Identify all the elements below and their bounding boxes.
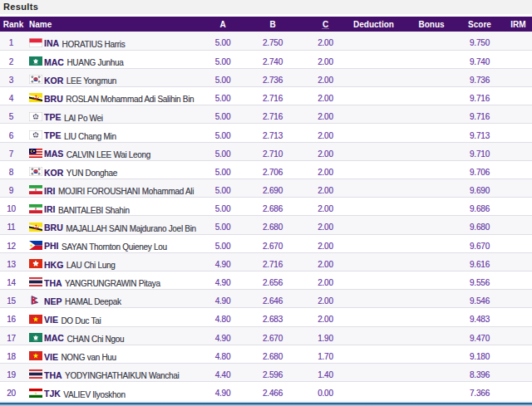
deduction-cell <box>339 326 408 345</box>
result-row: 6TPELIU Chang Min5.002.7132.009.713 <box>0 124 532 142</box>
bonus-cell <box>408 326 455 345</box>
header-b: B <box>234 17 312 32</box>
irm-cell <box>505 198 532 216</box>
score-cell: 9.546 <box>455 290 505 308</box>
athlete-name: HAMAL Deepak <box>65 297 121 306</box>
result-row: 7MASCALVIN LEE Wai Leong5.002.7102.009.7… <box>0 142 532 160</box>
athlete-name: MOJIRI FOROUSHANI Mohammad Ali <box>58 187 194 196</box>
c-cell: 2.00 <box>312 308 339 326</box>
rank-cell: 3 <box>0 68 27 86</box>
country-code: KOR <box>44 168 63 178</box>
result-row: 3KORLEE Yongmun5.002.7362.009.736 <box>0 68 532 86</box>
athlete-cell: MASCALVIN LEE Wai Leong <box>27 142 212 160</box>
athlete-cell: PHISAYAN Thornton Quieney Lou <box>27 234 212 252</box>
athlete-cell: TPELAI Po Wei <box>27 105 212 124</box>
c-cell: 2.00 <box>312 290 339 308</box>
b-cell: 2.706 <box>234 160 312 179</box>
country-code: TPE <box>44 112 61 122</box>
header-c-label: C <box>323 20 328 29</box>
country-code: THA <box>44 370 62 380</box>
b-cell: 2.670 <box>234 234 312 252</box>
rank-cell: 14 <box>0 271 27 289</box>
b-cell: 2.716 <box>234 252 312 271</box>
bonus-cell <box>408 105 455 124</box>
phi-flag-icon <box>29 241 42 250</box>
athlete-name: SAYAN Thornton Quieney Lou <box>62 242 167 251</box>
a-cell: 4.40 <box>212 363 234 381</box>
c-cell: 2.00 <box>312 198 339 216</box>
irm-cell <box>505 105 532 124</box>
deduction-cell <box>339 290 408 308</box>
b-cell: 2.716 <box>234 105 312 124</box>
kor-flag-icon <box>29 75 42 84</box>
result-row: 14THAYANGRUNGRAWIN Pitaya4.902.6562.009.… <box>0 271 532 289</box>
score-cell: 9.713 <box>455 124 505 142</box>
rank-cell: 10 <box>0 198 27 216</box>
score-cell: 9.180 <box>455 345 505 363</box>
athlete-name: YANGRUNGRAWIN Pitaya <box>65 279 160 288</box>
b-cell: 2.670 <box>234 326 312 345</box>
score-cell: 9.670 <box>455 234 505 252</box>
country-code: MAS <box>44 149 63 159</box>
athlete-cell: INAHORATIUS Harris <box>27 32 212 50</box>
result-row: 20TJKVALIEV Ilyoskhon4.902.4660.007.366 <box>0 382 532 400</box>
deduction-cell <box>339 345 408 363</box>
rank-cell: 7 <box>0 142 27 160</box>
athlete-name: LAU Chi Lung <box>66 261 116 270</box>
country-code: IRI <box>44 186 55 196</box>
page-title: Results <box>3 2 38 12</box>
result-row: 8KORYUN Donghae5.002.7062.009.706 <box>0 160 532 179</box>
bonus-cell <box>408 142 455 160</box>
rank-cell: 15 <box>0 290 27 308</box>
a-cell: 4.80 <box>212 308 234 326</box>
a-cell: 5.00 <box>212 179 234 198</box>
header-rank: Rank <box>0 17 27 32</box>
a-cell: 4.90 <box>212 290 234 308</box>
bonus-cell <box>408 198 455 216</box>
bonus-cell <box>408 160 455 179</box>
result-row: 15NEPHAMAL Deepak4.902.6462.009.546 <box>0 290 532 308</box>
irm-cell <box>505 160 532 179</box>
irm-cell <box>505 32 532 50</box>
athlete-name: YODYINGHATHAIKUN Wanchai <box>65 371 179 380</box>
country-code: VIE <box>44 352 58 362</box>
score-cell: 9.740 <box>455 50 505 68</box>
rank-cell: 1 <box>0 32 27 50</box>
tha-flag-icon <box>29 369 42 379</box>
b-cell: 2.683 <box>234 308 312 326</box>
irm-cell <box>505 363 532 381</box>
athlete-name: DO Duc Tai <box>61 316 101 325</box>
score-cell: 9.483 <box>455 308 505 326</box>
rank-cell: 19 <box>0 363 27 381</box>
c-cell: 2.00 <box>312 68 339 86</box>
athlete-cell: MACHUANG Junhua <box>27 50 212 68</box>
country-code: BRU <box>44 94 63 104</box>
bru-flag-icon <box>29 93 42 102</box>
deduction-cell <box>339 160 408 179</box>
athlete-cell: IRIBANITALEBI Shahin <box>27 198 212 216</box>
rank-cell: 17 <box>0 326 27 345</box>
country-code: PHI <box>44 241 59 251</box>
rank-cell: 20 <box>0 382 27 400</box>
b-cell: 2.740 <box>234 50 312 68</box>
result-row: 13HKGLAU Chi Lung4.902.7162.009.616 <box>0 252 532 271</box>
bonus-cell <box>408 308 455 326</box>
a-cell: 5.00 <box>212 198 234 216</box>
result-row: 2MACHUANG Junhua5.002.7402.009.740 <box>0 50 532 68</box>
c-cell: 2.00 <box>312 32 339 50</box>
result-row: 12PHISAYAN Thornton Quieney Lou5.002.670… <box>0 234 532 252</box>
athlete-name: BANITALEBI Shahin <box>58 205 130 214</box>
result-row: 5TPELAI Po Wei5.002.7162.009.716 <box>0 105 532 124</box>
athlete-name: LAI Po Wei <box>64 113 103 122</box>
deduction-cell <box>339 105 408 124</box>
athlete-name: LEE Yongmun <box>66 76 116 86</box>
c-cell: 2.00 <box>312 160 339 179</box>
vie-flag-icon <box>29 351 42 360</box>
b-cell: 2.686 <box>234 198 312 216</box>
tha-flag-icon <box>29 277 42 286</box>
country-code: MAC <box>44 333 64 343</box>
header-a: A <box>212 17 234 32</box>
c-cell: 2.00 <box>312 234 339 252</box>
a-cell: 4.90 <box>212 326 234 345</box>
country-code: KOR <box>44 76 63 86</box>
